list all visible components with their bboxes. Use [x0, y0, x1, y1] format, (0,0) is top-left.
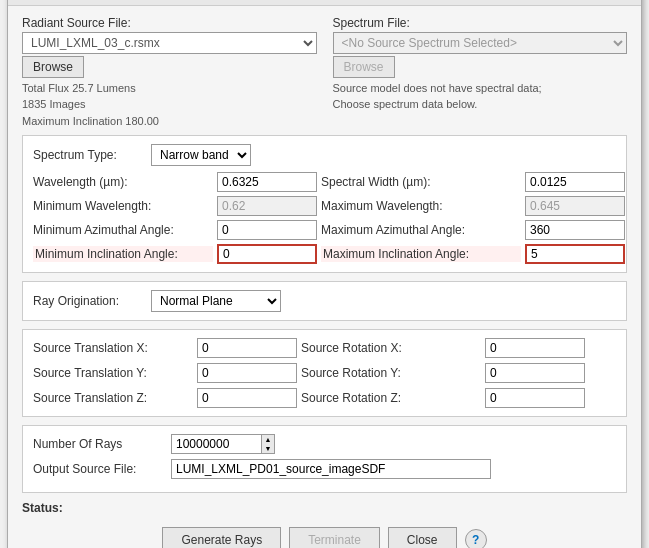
spectral-width-label: Spectral Width (µm): — [321, 175, 521, 189]
max-wavelength-input[interactable] — [525, 196, 625, 216]
source-file-label: Radiant Source File: — [22, 16, 317, 30]
ray-origination-box: Ray Origination: Normal Plane — [22, 281, 627, 321]
rot-x-label: Source Rotation X: — [301, 341, 481, 355]
max-azimuthal-input[interactable] — [525, 220, 625, 240]
spectral-width-input[interactable] — [525, 172, 625, 192]
ray-orig-label: Ray Origination: — [33, 294, 143, 308]
trans-z-input[interactable] — [197, 388, 297, 408]
spectrum-file-label: Spectrum File: — [333, 16, 628, 30]
min-azimuthal-input[interactable] — [217, 220, 317, 240]
trans-x-input[interactable] — [197, 338, 297, 358]
spectrum-grid: Wavelength (µm): Spectral Width (µm): Mi… — [33, 172, 616, 264]
num-rays-input[interactable] — [171, 434, 261, 454]
terminate-button[interactable]: Terminate — [289, 527, 380, 548]
status-section: Status: — [22, 501, 627, 515]
source-info: Total Flux 25.7 Lumens 1835 Images Maxim… — [22, 80, 317, 130]
trans-y-label: Source Translation Y: — [33, 366, 193, 380]
ray-orig-select[interactable]: Normal Plane — [151, 290, 281, 312]
spin-down-button[interactable]: ▼ — [262, 444, 274, 453]
rot-z-label: Source Rotation Z: — [301, 391, 481, 405]
spectrum-info: Source model does not have spectral data… — [333, 80, 628, 113]
close-button[interactable]: Close — [388, 527, 457, 548]
max-azimuthal-label: Maximum Azimuthal Angle: — [321, 223, 521, 237]
output-box: Number Of Rays ▲ ▼ Output Source File: — [22, 425, 627, 493]
spin-up-button[interactable]: ▲ — [262, 435, 274, 444]
rot-x-input[interactable] — [485, 338, 585, 358]
rot-y-label: Source Rotation Y: — [301, 366, 481, 380]
spectrum-type-select[interactable]: Narrow band — [151, 144, 251, 166]
output-file-label: Output Source File: — [33, 462, 163, 476]
spectrum-file-select[interactable]: <No Source Spectrum Selected> — [333, 32, 628, 54]
trans-z-label: Source Translation Z: — [33, 391, 193, 405]
help-button[interactable]: ? — [465, 529, 487, 548]
status-label: Status: — [22, 501, 63, 515]
generate-rays-button[interactable]: Generate Rays — [162, 527, 281, 548]
max-wavelength-label: Maximum Wavelength: — [321, 199, 521, 213]
min-inclination-label: Minimum Inclination Angle: — [33, 246, 213, 262]
rot-z-input[interactable] — [485, 388, 585, 408]
trans-x-label: Source Translation X: — [33, 341, 193, 355]
min-wavelength-input[interactable] — [217, 196, 317, 216]
spectrum-type-label: Spectrum Type: — [33, 148, 143, 162]
max-inclination-label: Maximum Inclination Angle: — [321, 246, 521, 262]
main-window: Generate Radiant Source Model™ Rays Radi… — [7, 0, 642, 548]
wavelength-input[interactable] — [217, 172, 317, 192]
output-file-input[interactable] — [171, 459, 491, 479]
rot-y-input[interactable] — [485, 363, 585, 383]
trans-y-input[interactable] — [197, 363, 297, 383]
max-inclination-input[interactable] — [525, 244, 625, 264]
spectrum-browse-button[interactable]: Browse — [333, 56, 395, 78]
source-browse-button[interactable]: Browse — [22, 56, 84, 78]
num-rays-label: Number Of Rays — [33, 437, 163, 451]
transform-box: Source Translation X: Source Rotation X:… — [22, 329, 627, 417]
min-wavelength-label: Minimum Wavelength: — [33, 199, 213, 213]
wavelength-label: Wavelength (µm): — [33, 175, 213, 189]
button-row: Generate Rays Terminate Close ? — [22, 523, 627, 548]
min-inclination-input[interactable] — [217, 244, 317, 264]
min-azimuthal-label: Minimum Azimuthal Angle: — [33, 223, 213, 237]
source-file-select[interactable]: LUMI_LXML_03_c.rsmx — [22, 32, 317, 54]
spectrum-section: Spectrum Type: Narrow band Wavelength (µ… — [22, 135, 627, 273]
num-rays-spinbox[interactable]: ▲ ▼ — [171, 434, 275, 454]
